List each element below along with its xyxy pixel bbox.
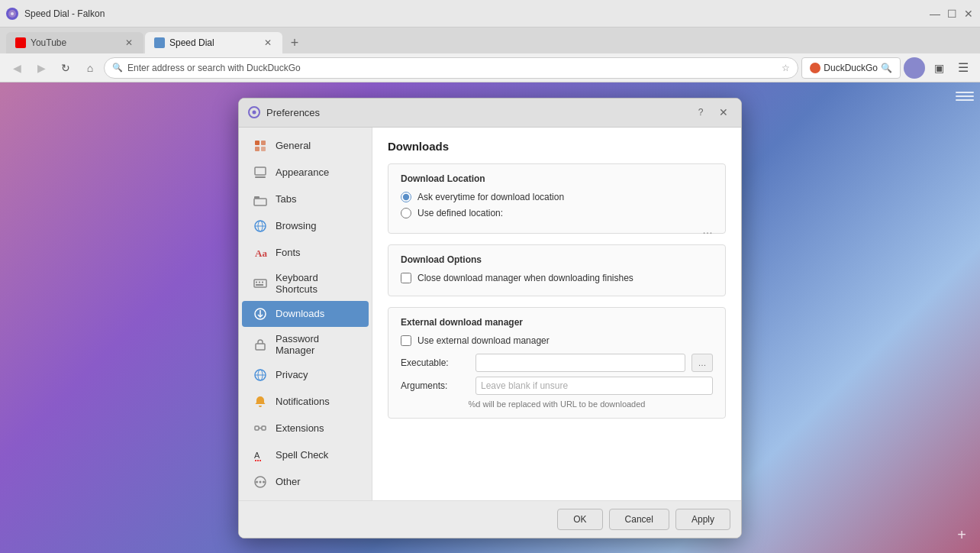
svg-rect-7 <box>261 147 266 151</box>
pref-nav-notifications-label: Notifications <box>276 396 330 407</box>
appearance-icon <box>253 165 268 180</box>
pref-nav-appearance-label: Appearance <box>276 167 329 178</box>
apply-button[interactable]: Apply <box>675 509 730 530</box>
pref-nav-tabs[interactable]: Tabs <box>242 186 369 212</box>
svg-rect-27 <box>255 426 259 430</box>
svg-rect-28 <box>262 426 266 430</box>
dialog-titlebar: Preferences ? ✕ <box>239 99 741 128</box>
svg-point-34 <box>263 480 265 483</box>
other-icon <box>253 474 268 490</box>
tab-speeddial-label: Speed Dial <box>169 37 214 48</box>
browsing-icon <box>253 218 268 234</box>
svg-rect-9 <box>255 176 266 178</box>
pref-nav-notifications[interactable]: Notifications <box>242 389 369 415</box>
speeddial-favicon <box>154 37 165 48</box>
search-icon: 🔍 <box>112 63 123 73</box>
pref-nav-fonts[interactable]: Aa Fonts <box>242 240 369 266</box>
pref-nav-general[interactable]: General <box>242 133 369 159</box>
executable-browse-button[interactable]: … <box>691 354 713 372</box>
svg-point-1 <box>11 12 14 15</box>
new-tab-button[interactable]: + <box>284 32 305 53</box>
svg-rect-19 <box>262 281 263 283</box>
privacy-icon <box>253 367 268 383</box>
pref-nav-keyboard[interactable]: Keyboard Shortcuts <box>242 267 369 300</box>
address-bar[interactable]: 🔍 Enter address or search with DuckDuckG… <box>104 57 798 79</box>
pref-nav-spell-label: Spell Check <box>276 449 328 461</box>
extensions-icon <box>253 421 268 436</box>
panel-toggle-button[interactable]: ▣ <box>928 57 949 79</box>
password-icon <box>253 337 268 352</box>
use-external-checkbox[interactable] <box>401 335 411 346</box>
user-avatar-button[interactable] <box>904 57 925 79</box>
ext-dm-title: External download manager <box>401 317 713 328</box>
arguments-row: Arguments: <box>401 377 713 395</box>
radio-ask-input[interactable] <box>401 192 411 202</box>
radio-ask-location: Ask everytime for download location <box>401 192 713 202</box>
dialog-help-button[interactable]: ? <box>692 104 709 121</box>
pref-nav-extensions-label: Extensions <box>276 422 324 434</box>
pref-nav-other[interactable]: Other <box>242 469 369 495</box>
close-manager-checkbox[interactable] <box>401 273 411 283</box>
search-engine-selector[interactable]: DuckDuckGo 🔍 <box>801 57 901 79</box>
svg-rect-4 <box>255 141 260 145</box>
dialog-close-button[interactable]: ✕ <box>715 104 732 121</box>
reload-button[interactable]: ↻ <box>55 57 76 79</box>
pref-nav-browsing[interactable]: Browsing <box>242 213 369 239</box>
location-more-button[interactable]: … <box>702 224 713 236</box>
back-button[interactable]: ◀ <box>6 57 27 79</box>
external-dm-section: External download manager Use external d… <box>388 307 726 419</box>
dialog-footer: OK Cancel Apply <box>239 500 741 538</box>
pref-nav-privacy[interactable]: Privacy <box>242 362 369 388</box>
pref-nav-password-label: Password Manager <box>276 333 358 356</box>
pref-nav-appearance[interactable]: Appearance <box>242 160 369 186</box>
pref-nav-keyboard-label: Keyboard Shortcuts <box>276 272 358 295</box>
close-button[interactable]: ✕ <box>963 8 974 19</box>
pref-nav-other-label: Other <box>276 476 301 487</box>
title-bar: Speed Dial - Falkon — ☐ ✕ <box>0 0 980 27</box>
radio-defined-location: Use defined location: <box>401 208 713 218</box>
menu-button[interactable]: ☰ <box>953 57 974 79</box>
pref-nav-privacy-label: Privacy <box>276 369 308 380</box>
nav-bar: ◀ ▶ ↻ ⌂ 🔍 Enter address or search with D… <box>0 53 980 82</box>
radio-defined-input[interactable] <box>401 208 411 218</box>
executable-input[interactable] <box>475 354 685 372</box>
forward-button[interactable]: ▶ <box>31 57 52 79</box>
ok-button[interactable]: OK <box>557 509 602 530</box>
maximize-button[interactable]: ☐ <box>946 8 957 19</box>
tabs-bar: YouTube ✕ Speed Dial ✕ + <box>0 27 980 53</box>
pref-nav-password[interactable]: Password Manager <box>242 328 369 361</box>
dialog-title: Preferences <box>266 107 686 118</box>
executable-label: Executable: <box>401 357 469 368</box>
address-text: Enter address or search with DuckDuckGo <box>127 63 777 73</box>
youtube-favicon <box>15 37 26 48</box>
search-icon-btn: 🔍 <box>881 63 892 73</box>
cancel-button[interactable]: Cancel <box>609 509 669 530</box>
pref-nav-downloads[interactable]: Downloads <box>242 301 369 327</box>
tab-speeddial-close[interactable]: ✕ <box>263 37 273 48</box>
arguments-input[interactable] <box>475 377 713 395</box>
bookmark-icon: ☆ <box>782 63 790 73</box>
general-icon <box>253 138 268 154</box>
executable-row: Executable: … <box>401 354 713 372</box>
window-controls: — ☐ ✕ <box>930 8 974 19</box>
svg-text:Aa: Aa <box>255 247 267 259</box>
dialog-body: General Appearance Tabs <box>239 128 741 500</box>
svg-rect-5 <box>261 141 266 145</box>
svg-point-32 <box>260 480 262 483</box>
svg-rect-18 <box>259 281 260 283</box>
minimize-button[interactable]: — <box>930 8 940 19</box>
svg-point-33 <box>256 480 258 483</box>
download-location-section: Download Location Ask everytime for down… <box>388 163 726 234</box>
browser-window: Speed Dial - Falkon — ☐ ✕ YouTube ✕ Spee… <box>0 0 980 553</box>
window-title: Speed Dial - Falkon <box>24 8 924 19</box>
downloads-icon <box>253 306 268 322</box>
pref-nav-browsing-label: Browsing <box>276 220 316 231</box>
tab-speeddial[interactable]: Speed Dial ✕ <box>145 32 282 53</box>
pref-nav-fonts-label: Fonts <box>276 247 301 258</box>
pref-nav-spell[interactable]: A Spell Check <box>242 442 369 468</box>
use-external-option: Use external download manager <box>401 335 713 346</box>
tab-youtube-close[interactable]: ✕ <box>124 37 134 48</box>
home-button[interactable]: ⌂ <box>79 57 101 79</box>
tab-youtube[interactable]: YouTube ✕ <box>6 32 143 53</box>
pref-nav-extensions[interactable]: Extensions <box>242 416 369 441</box>
